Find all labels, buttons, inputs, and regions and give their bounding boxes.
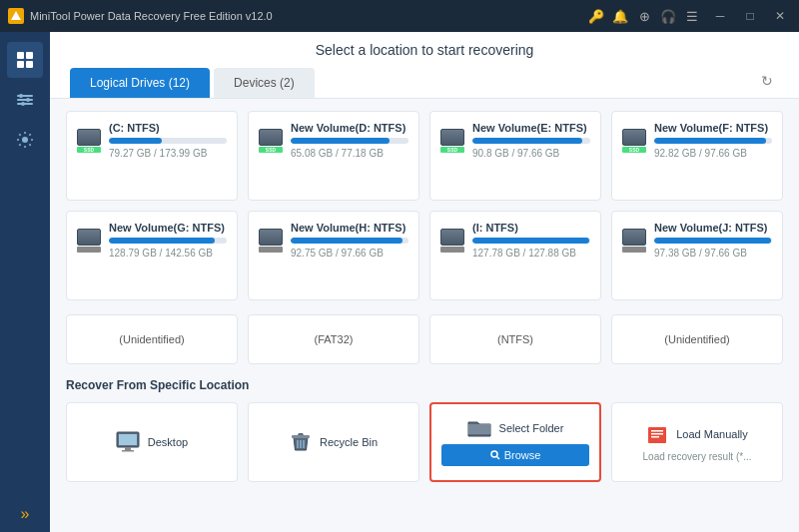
drive-card-6[interactable]: (I: NTFS) 127.78 GB / 127.88 GB (429, 211, 601, 300)
drive-card-7[interactable]: New Volume(J: NTFS) 97.38 GB / 97.66 GB (611, 211, 783, 300)
svg-rect-14 (125, 447, 131, 450)
sidebar-item-scan[interactable] (7, 42, 43, 78)
unid-card-0[interactable]: (Unidentified) (66, 314, 238, 364)
titlebar-info-icon[interactable]: ⊕ (635, 7, 653, 25)
unid-card-2[interactable]: (NTFS) (429, 314, 601, 364)
svg-point-11 (22, 137, 28, 143)
sidebar-item-settings[interactable] (7, 122, 43, 158)
titlebar-headset-icon[interactable]: 🎧 (659, 7, 677, 25)
load-icon (646, 423, 668, 445)
svg-rect-6 (17, 99, 33, 101)
svg-point-8 (19, 94, 23, 98)
drive-card-0[interactable]: SSD (C: NTFS) 79.27 GB / 173.99 GB (66, 111, 238, 201)
svg-rect-2 (26, 52, 33, 59)
drive-card-2[interactable]: SSD New Volume(E: NTFS) 90.8 GB / 97.66 … (429, 111, 601, 201)
svg-rect-3 (17, 61, 24, 68)
sidebar: » (0, 32, 50, 532)
svg-rect-15 (122, 450, 134, 452)
folder-icon (467, 418, 491, 438)
search-icon (490, 450, 500, 460)
svg-rect-13 (119, 434, 137, 445)
svg-line-21 (496, 457, 499, 460)
svg-point-10 (21, 102, 25, 106)
drive-card-3[interactable]: SSD New Volume(F: NTFS) 92.82 GB / 97.66… (611, 111, 783, 201)
sidebar-expand-button[interactable]: » (13, 506, 37, 522)
specific-locations-grid: Desktop Recycle Bin Select Folder Br (66, 402, 783, 482)
svg-rect-16 (292, 435, 310, 438)
main-content: Select a location to start recovering Lo… (50, 32, 799, 532)
spec-card-folder[interactable]: Select Folder Browse (429, 402, 601, 482)
svg-rect-22 (648, 427, 666, 443)
specific-location-title: Recover From Specific Location (66, 378, 783, 392)
spec-card-recycle[interactable]: Recycle Bin (248, 402, 419, 482)
sidebar-item-tools[interactable] (7, 82, 43, 118)
titlebar-key-icon[interactable]: 🔑 (587, 7, 605, 25)
tab-devices[interactable]: Devices (2) (214, 68, 315, 98)
maximize-button[interactable]: □ (739, 5, 761, 27)
svg-point-9 (26, 98, 30, 102)
drive-card-4[interactable]: New Volume(G: NTFS) 128.79 GB / 142.56 G… (66, 211, 238, 300)
svg-rect-24 (651, 433, 663, 435)
svg-rect-25 (651, 436, 659, 438)
titlebar-controls: 🔑 🔔 ⊕ 🎧 ☰ ─ □ ✕ (587, 5, 791, 27)
minimize-button[interactable]: ─ (709, 5, 731, 27)
drives-grid: SSD (C: NTFS) 79.27 GB / 173.99 GB SSD N… (66, 111, 783, 300)
svg-marker-0 (11, 11, 21, 20)
unidentified-grid: (Unidentified)(FAT32)(NTFS)(Unidentified… (66, 314, 783, 364)
recycle-bin-icon (290, 431, 312, 453)
svg-rect-1 (17, 52, 24, 59)
unid-card-3[interactable]: (Unidentified) (611, 314, 783, 364)
page-title: Select a location to start recovering (70, 42, 779, 58)
sidebar-bottom: » (13, 506, 37, 522)
svg-point-20 (491, 451, 497, 457)
content-area: SSD (C: NTFS) 79.27 GB / 173.99 GB SSD N… (50, 99, 799, 532)
titlebar: MiniTool Power Data Recovery Free Editio… (0, 0, 799, 32)
desktop-icon (116, 431, 140, 453)
browse-button[interactable]: Browse (441, 444, 589, 466)
close-button[interactable]: ✕ (769, 5, 791, 27)
refresh-button[interactable]: ↻ (755, 69, 779, 93)
drive-card-5[interactable]: New Volume(H: NTFS) 92.75 GB / 97.66 GB (248, 211, 419, 300)
drive-card-1[interactable]: SSD New Volume(D: NTFS) 65.08 GB / 77.18… (248, 111, 419, 201)
titlebar-bell-icon[interactable]: 🔔 (611, 7, 629, 25)
titlebar-menu-icon[interactable]: ☰ (683, 7, 701, 25)
app-logo (8, 8, 24, 24)
spec-card-desktop[interactable]: Desktop (66, 402, 238, 482)
spec-card-load[interactable]: Load Manually Load recovery result (*... (611, 402, 783, 482)
unid-card-1[interactable]: (FAT32) (248, 314, 419, 364)
tab-logical-drives[interactable]: Logical Drives (12) (70, 68, 210, 98)
svg-rect-23 (651, 430, 663, 432)
tabs-container: Logical Drives (12) Devices (2) ↻ (70, 68, 779, 98)
svg-rect-4 (26, 61, 33, 68)
app-title: MiniTool Power Data Recovery Free Editio… (30, 10, 587, 22)
header: Select a location to start recovering Lo… (50, 32, 799, 99)
